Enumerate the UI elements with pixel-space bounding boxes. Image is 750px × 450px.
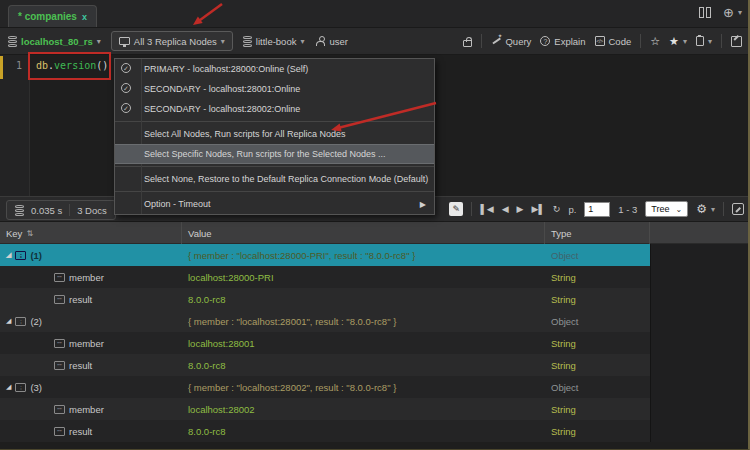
replica-nodes-dropdown[interactable]: All 3 Replica Nodes ▾	[111, 31, 233, 51]
table-row[interactable]: ʺʺmember localhost:28002 String	[0, 398, 750, 420]
query-label: Query	[505, 36, 531, 47]
divider	[723, 202, 724, 216]
submenu-arrow-icon: ▶	[420, 200, 426, 209]
menu-item-select-all-nodes[interactable]: Select All Nodes, Run scripts for All Re…	[115, 124, 434, 144]
menu-item-option-timeout[interactable]: Option - Timeout ▶	[115, 194, 434, 214]
new-tab-button[interactable]: ⊕ ▾	[723, 6, 742, 19]
refresh-icon[interactable]: ↻	[553, 204, 561, 214]
doc-count: 3 Docs	[77, 205, 107, 216]
monitor-icon	[119, 37, 130, 45]
elapsed-time: 0.035 s	[31, 205, 62, 216]
chevron-down-icon: ⌄	[676, 205, 683, 214]
annotation-red-box	[28, 52, 111, 80]
string-icon: ʺʺ	[54, 405, 65, 414]
expand-icon[interactable]: ◢	[6, 251, 11, 259]
column-header-empty	[650, 222, 750, 244]
divider	[481, 34, 482, 48]
open-in-new-icon[interactable]	[731, 36, 742, 47]
tab-companies[interactable]: * companies x	[8, 5, 97, 27]
explain-icon: ?	[540, 36, 550, 46]
divider	[640, 34, 641, 48]
explain-label: Explain	[554, 36, 585, 47]
menu-item-select-none[interactable]: Select None, Restore to the Default Repl…	[115, 169, 434, 189]
menu-item-secondary-node-1[interactable]: ✓ SECONDARY - localhost:28001:Online	[115, 79, 434, 99]
menu-separator	[115, 166, 434, 167]
column-header-type[interactable]: Type	[545, 222, 650, 244]
user-label: user	[329, 36, 347, 47]
check-circle-icon: ✓	[121, 83, 131, 93]
table-row[interactable]: ʺʺmember localhost:28001 String	[0, 332, 750, 354]
expand-panel-icon[interactable]	[732, 203, 744, 215]
chevron-down-icon: ▾	[738, 8, 742, 17]
tab-bar: * companies x ⊕ ▾	[0, 0, 750, 28]
prev-page-icon[interactable]: ◀	[502, 204, 509, 214]
next-page-icon[interactable]: ▶	[517, 204, 524, 214]
string-icon: ʺʺ	[54, 295, 65, 304]
table-row[interactable]: ◢⁝(3) { member : "localhost:28002", resu…	[0, 376, 750, 398]
last-page-icon[interactable]: ▶▌	[532, 204, 545, 214]
query-button[interactable]: Query	[491, 36, 531, 47]
star-filled-icon: ★	[669, 35, 679, 48]
sort-icon: ⇅	[26, 229, 33, 238]
menu-item-secondary-node-2[interactable]: ✓ SECONDARY - localhost:28002:Online	[115, 99, 434, 119]
menu-item-label: Select Specific Nodes, Run scripts for t…	[144, 149, 386, 159]
expand-icon[interactable]: ◢	[6, 317, 11, 325]
code-icon: </>	[595, 36, 605, 46]
wand-icon	[491, 36, 501, 46]
table-row[interactable]: ʺʺmember localhost:28000-PRI String	[0, 266, 750, 288]
database-dropdown[interactable]: little-book ▾	[243, 36, 305, 47]
string-icon: ʺʺ	[54, 361, 65, 370]
editor-gutter: 1	[0, 55, 30, 196]
clipboard-icon	[696, 36, 704, 46]
changed-line-marker	[0, 56, 3, 79]
table-row[interactable]: ◢⁝(2) { member : "localhost:28001", resu…	[0, 310, 750, 332]
connection-dropdown[interactable]: localhost_80_rs ▾	[8, 36, 101, 47]
close-icon[interactable]: x	[82, 12, 87, 22]
chevron-down-icon: ▾	[683, 37, 687, 46]
menu-item-select-specific-nodes[interactable]: Select Specific Nodes, Run scripts for t…	[115, 144, 434, 164]
view-mode-select[interactable]: Tree ⌄	[645, 201, 688, 217]
menu-item-label: SECONDARY - localhost:28002:Online	[144, 104, 300, 114]
table-row[interactable]: ʺʺresult 8.0.0-rc8 String	[0, 354, 750, 376]
edit-icon[interactable]: ✎	[449, 202, 463, 216]
table-row[interactable]: ◢⁝(1) { member : "localhost:28000-PRI", …	[0, 244, 750, 266]
star-outline-icon[interactable]: ☆	[650, 35, 660, 48]
check-circle-icon: ✓	[121, 103, 131, 113]
column-header-key[interactable]: Key⇅	[0, 222, 182, 244]
expand-icon[interactable]: ◢	[6, 383, 11, 391]
page-input[interactable]	[584, 202, 610, 217]
lock-icon[interactable]	[463, 40, 472, 47]
user-indicator[interactable]: user	[316, 36, 347, 47]
column-header-value[interactable]: Value	[182, 222, 545, 244]
object-icon: ⁝	[15, 317, 26, 326]
database-icon	[243, 36, 252, 47]
menu-item-label: Option - Timeout	[144, 199, 211, 209]
chevron-down-icon: ▾	[708, 37, 712, 46]
line-number: 1	[16, 60, 22, 71]
menu-item-primary-node[interactable]: ✓ PRIMARY - localhost:28000:Online (Self…	[115, 59, 434, 79]
chevron-down-icon: ▾	[711, 205, 715, 214]
first-page-icon[interactable]: ▌◀	[480, 204, 493, 214]
menu-item-label: PRIMARY - localhost:28000:Online (Self)	[144, 64, 308, 74]
query-stats: 0.035 s 3 Docs	[6, 200, 116, 220]
app-window: * companies x ⊕ ▾ localhost_80_rs ▾ All …	[0, 0, 750, 450]
explain-button[interactable]: ? Explain	[540, 36, 585, 47]
range-label: 1 - 3	[618, 204, 637, 215]
table-row[interactable]: ʺʺresult 8.0.0-rc8 String	[0, 288, 750, 310]
snippets-dropdown[interactable]: ▾	[696, 36, 712, 46]
code-button[interactable]: </> Code	[595, 36, 632, 47]
object-icon: ⁝	[15, 251, 26, 260]
split-view-icon[interactable]	[699, 7, 711, 18]
code-label: Code	[609, 36, 632, 47]
string-icon: ʺʺ	[54, 339, 65, 348]
plus-circle-icon: ⊕	[723, 6, 734, 19]
connection-name: localhost_80_rs	[21, 36, 93, 47]
check-circle-icon: ✓	[121, 63, 131, 73]
results-table: Key⇅ Value Type ◢⁝(1) { member : "localh…	[0, 222, 750, 442]
table-row[interactable]: ʺʺresult 8.0.0-rc8 String	[0, 420, 750, 442]
favorites-dropdown[interactable]: ★ ▾	[669, 35, 687, 48]
replica-selector-label: All 3 Replica Nodes	[134, 36, 217, 47]
settings-dropdown[interactable]: ⚙ ▾	[696, 202, 715, 216]
chevron-down-icon: ▾	[97, 37, 101, 46]
view-mode-value: Tree	[651, 204, 669, 214]
